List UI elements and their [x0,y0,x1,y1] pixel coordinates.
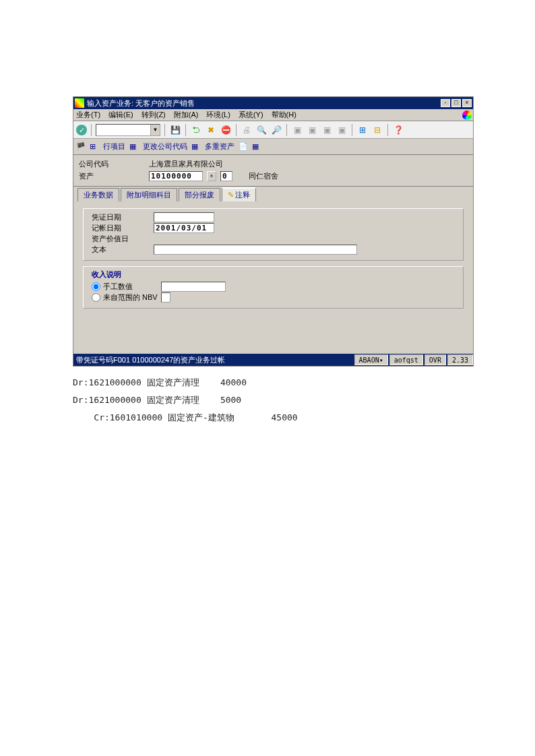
company-code-label: 公司代码 [79,159,117,169]
asset-value-date-label: 资产价值日 [92,234,154,244]
find-next-icon[interactable]: 🔎 [270,124,282,136]
tabstrip: 业务数据 附加明细科目 部分报废 ✎注释 [73,187,473,201]
form-area: 凭证日期 记帐日期 资产价值日 文本 收入说明 手工数值 [73,201,473,334]
status-tcode: ABAON▾ [354,354,388,365]
asset-number-input[interactable] [149,171,203,181]
sap-window: 输入资产业务: 无客户的资产销售 - □ × 业务(T) 编辑(E) 转到(Z)… [73,96,474,367]
list-icon[interactable]: ▦ [252,142,261,152]
posting-date-input[interactable] [154,223,214,233]
cancel-icon[interactable]: ⛔ [220,124,232,136]
asset-description: 同仁宿舍 [249,171,278,181]
separator [286,124,287,136]
separator [387,124,388,136]
restore-button[interactable]: □ [451,99,461,107]
minimize-button[interactable]: - [441,99,450,107]
separator [352,124,352,136]
journal-line-3: Cr:1601010000 固定资产-建筑物 45000 [73,409,298,427]
tab-partial-retirement[interactable]: 部分报废 [179,188,220,201]
prev-page-icon[interactable]: ▣ [306,124,318,136]
exit-icon[interactable]: ✖ [205,124,217,136]
asset-label: 资产 [79,171,117,181]
change-company-icon[interactable]: ▦ [129,142,139,152]
change-company-button[interactable]: 更改公司代码 [143,141,187,152]
menubar: 业务(T) 编辑(E) 转到(Z) 附加(A) 环境(L) 系统(Y) 帮助(H… [73,109,473,121]
asset-subnumber-input[interactable] [220,171,232,181]
income-group: 收入说明 手工数值 来自范围的 NBV [83,266,464,309]
document-date-input[interactable] [154,212,214,222]
separator [164,124,165,136]
save-icon[interactable]: 💾 [169,124,181,136]
menu-help[interactable]: 帮助(H) [272,110,296,120]
line-items-icon[interactable]: ⊞ [90,142,99,152]
last-page-icon[interactable]: ▣ [336,124,348,136]
note-icon: ✎ [228,191,234,199]
flag-icon: 🏴 [76,142,86,152]
application-toolbar: 🏴 ⊞ 行项目 ▦ 更改公司代码 ▦ 多重资产 📄 ▦ [73,139,473,155]
status-user: aofqst [389,354,423,365]
app-icon [75,98,84,108]
next-page-icon[interactable]: ▣ [321,124,333,136]
print-icon[interactable]: 🖨 [241,124,253,136]
status-message: 带凭证号码F001 0100000247的资产业务过帐 [73,355,353,365]
status-mode: OVR [424,354,446,365]
menu-system[interactable]: 系统(Y) [239,110,263,120]
find-icon[interactable]: 🔍 [255,124,268,136]
document-date-label: 凭证日期 [92,212,154,222]
status-time: 2.33 [447,354,473,365]
new-session-icon[interactable]: ⊞ [356,124,369,136]
journal-entries: Dr:1621000000 固定资产清理 40000 Dr:1621000000… [73,374,298,427]
line-items-button[interactable]: 行项目 [103,141,125,152]
standard-toolbar: ✓ ▼ 💾 ⮌ ✖ ⛔ 🖨 🔍 🔎 ▣ ▣ ▣ ▣ ⊞ ⊟ ❓ [73,121,473,139]
dates-group: 凭证日期 记帐日期 资产价值日 文本 [83,208,464,261]
separator [185,124,186,136]
from-nbv-label: 来自范围的 NBV [103,292,161,303]
enter-icon[interactable]: ✓ [76,125,87,135]
multi-assets-button[interactable]: 多重资产 [205,141,234,152]
manual-value-input[interactable] [161,282,226,292]
shortcut-icon[interactable]: ⊟ [371,124,383,136]
manual-value-radio[interactable] [92,282,100,291]
journal-line-2: Dr:1621000000 固定资产清理 5000 [73,391,298,409]
titlebar[interactable]: 输入资产业务: 无客户的资产销售 - □ × [73,97,473,109]
header-area: 公司代码 上海震旦家具有限公司 资产 ± 同仁宿舍 [73,155,473,187]
company-name: 上海震旦家具有限公司 [149,159,223,169]
sap-logo-icon [462,111,472,120]
separator [236,124,237,136]
posting-date-label: 记帐日期 [92,223,154,233]
statusbar: 带凭证号码F001 0100000247的资产业务过帐 ABAON▾ aofqs… [73,354,473,366]
first-page-icon[interactable]: ▣ [291,124,303,136]
income-group-title: 收入说明 [92,270,455,280]
back-icon[interactable]: ⮌ [190,124,202,136]
from-nbv-radio[interactable] [92,293,100,302]
tab-additional-details[interactable]: 附加明细科目 [121,188,177,201]
text-label: 文本 [92,245,154,255]
tab-note-label: 注释 [235,191,250,199]
command-field[interactable]: ▼ [96,124,160,136]
document-icon[interactable]: 📄 [239,142,248,152]
chevron-down-icon[interactable]: ▼ [150,125,160,135]
help-icon[interactable]: ❓ [392,124,404,136]
menu-extras[interactable]: 附加(A) [174,110,199,120]
tab-note[interactable]: ✎注释 [222,187,256,201]
window-title: 输入资产业务: 无客户的资产销售 [87,98,441,108]
separator [91,124,92,136]
asset-value-help[interactable]: ± [207,171,216,181]
menu-transaction[interactable]: 业务(T) [76,110,100,120]
close-button[interactable]: × [462,99,472,107]
tab-transaction-data[interactable]: 业务数据 [77,188,119,201]
manual-value-label: 手工数值 [103,282,161,292]
from-nbv-input[interactable] [161,292,170,303]
menu-edit[interactable]: 编辑(E) [108,110,133,120]
menu-goto[interactable]: 转到(Z) [141,110,166,120]
multi-assets-icon[interactable]: ▦ [191,142,201,152]
menu-environment[interactable]: 环境(L) [206,110,230,120]
journal-line-1: Dr:1621000000 固定资产清理 40000 [73,374,298,391]
text-input[interactable] [154,245,357,255]
